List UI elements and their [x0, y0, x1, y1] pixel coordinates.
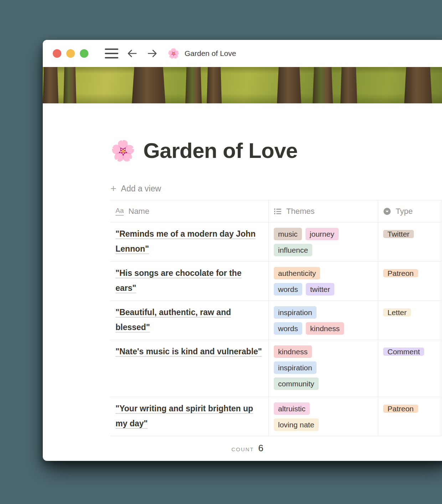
table-count-footer[interactable]: COUNT 6 — [110, 436, 268, 454]
theme-tag[interactable]: kindness — [274, 345, 312, 358]
add-view-button[interactable]: + Add a view — [110, 184, 161, 194]
themes-cell[interactable]: music journey influence — [268, 222, 378, 261]
name-cell[interactable]: "Your writing and spirit brighten up my … — [110, 397, 268, 436]
table-row: "Your writing and spirit brighten up my … — [110, 397, 441, 436]
page-emoji-icon: 🌸 — [168, 49, 180, 58]
type-tag[interactable]: Patreon — [383, 405, 418, 413]
page-content: 🌸 Garden of Love + Add a view Properties… — [43, 138, 442, 454]
theme-tag[interactable]: words — [274, 322, 302, 335]
theme-tag[interactable]: journey — [305, 228, 339, 240]
theme-tag[interactable]: inspiration — [274, 306, 317, 319]
type-tag[interactable]: Comment — [383, 348, 424, 356]
type-cell[interactable]: Letter — [378, 301, 441, 340]
zoom-window-button[interactable] — [80, 49, 88, 58]
theme-tag[interactable]: music — [274, 228, 302, 240]
type-tag[interactable]: Twitter — [383, 230, 414, 238]
themes-cell[interactable]: altruistic loving nate — [268, 397, 378, 436]
titlebar: 🌸 Garden of Love — [43, 40, 442, 67]
name-cell[interactable]: "Reminds me of a modern day John Lennon" — [110, 222, 268, 261]
column-header-type[interactable]: Type — [378, 200, 441, 222]
themes-cell[interactable]: kindness inspiration community — [268, 340, 378, 397]
themes-cell[interactable]: authenticity words twitter — [268, 262, 378, 300]
type-tag[interactable]: Letter — [383, 308, 411, 317]
multiselect-list-icon — [274, 207, 282, 215]
traffic-lights — [53, 49, 88, 58]
theme-tag[interactable]: altruistic — [274, 402, 310, 415]
table-row: "Reminds me of a modern day John Lennon"… — [110, 222, 441, 262]
titlebar-page-title: Garden of Love — [185, 49, 236, 58]
minimize-window-button[interactable] — [66, 49, 75, 58]
type-tag[interactable]: Patreon — [383, 269, 418, 277]
database-table: Aa Name Themes — [110, 200, 441, 454]
name-cell[interactable]: "His songs are chocolate for the ears" — [110, 262, 268, 300]
name-cell[interactable]: "Nate's music is kind and vulnerable" — [110, 340, 268, 397]
sidebar-menu-icon[interactable] — [105, 48, 118, 58]
table-header-row: Aa Name Themes — [110, 200, 441, 222]
column-header-themes[interactable]: Themes — [268, 200, 378, 222]
select-dropdown-icon — [383, 207, 391, 215]
theme-tag[interactable]: words — [274, 283, 302, 295]
page-title: Garden of Love — [143, 138, 298, 163]
notion-window: 🌸 Garden of Love 🌸 Garden of Love + Add … — [43, 40, 442, 461]
type-cell[interactable]: Patreon — [378, 397, 441, 436]
theme-tag[interactable]: loving nate — [274, 418, 319, 431]
theme-tag[interactable]: community — [274, 377, 319, 390]
theme-tag[interactable]: influence — [274, 244, 312, 256]
count-value: 6 — [258, 443, 263, 454]
cover-image[interactable] — [43, 67, 442, 103]
close-window-button[interactable] — [53, 49, 61, 58]
column-header-name[interactable]: Aa Name — [110, 200, 268, 222]
table-row: "Beautiful, authentic, raw and blessed" … — [110, 301, 441, 340]
table-row: "His songs are chocolate for the ears" a… — [110, 262, 441, 301]
themes-cell[interactable]: inspiration words kindness — [268, 301, 378, 340]
back-arrow-icon[interactable] — [126, 47, 138, 60]
plus-icon: + — [110, 184, 116, 194]
theme-tag[interactable]: authenticity — [274, 267, 320, 279]
count-label: COUNT — [231, 446, 254, 452]
forward-arrow-icon[interactable] — [146, 47, 158, 60]
type-cell[interactable]: Twitter — [378, 222, 441, 261]
title-property-icon: Aa — [115, 207, 124, 216]
name-cell[interactable]: "Beautiful, authentic, raw and blessed" — [110, 301, 268, 340]
type-cell[interactable]: Patreon — [378, 262, 441, 300]
type-cell[interactable]: Comment — [378, 340, 441, 397]
table-row: "Nate's music is kind and vulnerable" ki… — [110, 340, 441, 397]
theme-tag[interactable]: twitter — [306, 283, 334, 295]
theme-tag[interactable]: inspiration — [274, 361, 317, 374]
page-emoji[interactable]: 🌸 — [110, 141, 135, 161]
theme-tag[interactable]: kindness — [306, 322, 344, 335]
